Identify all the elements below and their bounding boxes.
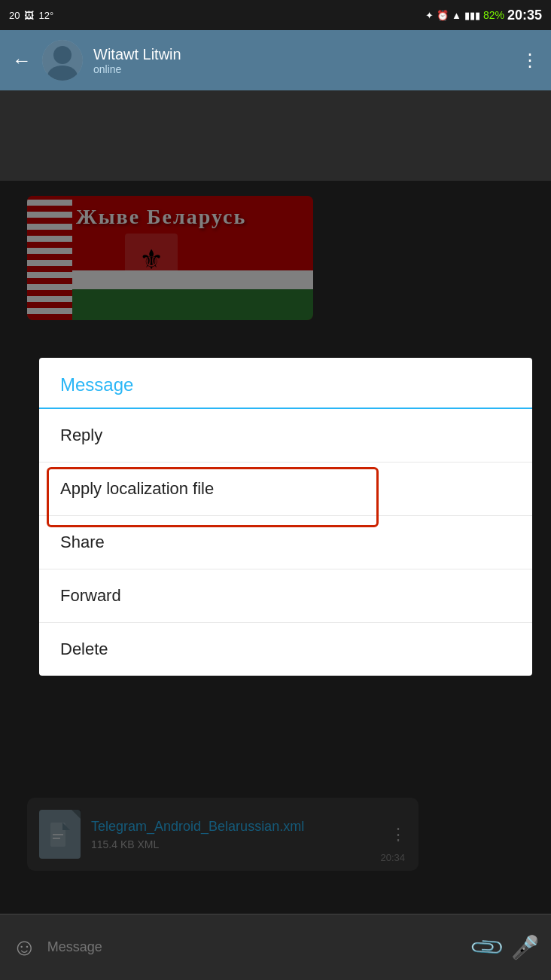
svg-point-1 (53, 46, 72, 64)
back-button[interactable]: ← (12, 49, 32, 72)
status-right: ✦ ⏰ ▲ ▮▮▮ 82% 20:35 (425, 8, 542, 23)
battery-level: 82% (483, 9, 504, 21)
message-input[interactable] (47, 939, 462, 955)
context-menu: Message Reply Apply localization file Sh… (39, 358, 532, 676)
alarm-icon: ⏰ (437, 10, 449, 21)
chat-header: ← Witawt Litwin online ⋮ (0, 30, 551, 90)
status-number: 20 (9, 10, 20, 21)
menu-item-forward[interactable]: Forward (39, 569, 532, 623)
header-menu-button[interactable]: ⋮ (521, 50, 539, 71)
avatar (42, 40, 83, 81)
status-time: 20:35 (507, 8, 542, 23)
attach-button[interactable]: 📎 (467, 928, 506, 966)
menu-item-delete[interactable]: Delete (39, 623, 532, 676)
contact-info: Witawt Litwin online (93, 46, 510, 75)
contact-name: Witawt Litwin (93, 46, 510, 63)
emoji-button[interactable]: ☺ (12, 933, 37, 961)
status-bar: 20 🖼 12° ✦ ⏰ ▲ ▮▮▮ 82% 20:35 (0, 0, 551, 30)
bottom-bar: ☺ 📎 🎤 (0, 914, 551, 980)
menu-item-apply-localization[interactable]: Apply localization file (39, 463, 532, 516)
menu-item-share[interactable]: Share (39, 516, 532, 569)
bluetooth-icon: ✦ (425, 10, 434, 21)
signal-icon: ▮▮▮ (464, 10, 480, 21)
status-image-icon: 🖼 (24, 10, 34, 21)
chat-background: Жыве Беларусь ⚜ Message Reply Apply loca… (0, 90, 551, 980)
contact-status: online (93, 63, 510, 75)
menu-item-reply[interactable]: Reply (39, 409, 532, 463)
wifi-icon: ▲ (452, 10, 461, 21)
status-temp: 12° (38, 10, 53, 21)
mic-button[interactable]: 🎤 (511, 934, 539, 960)
context-menu-title: Message (39, 358, 532, 408)
status-left: 20 🖼 12° (9, 10, 53, 21)
